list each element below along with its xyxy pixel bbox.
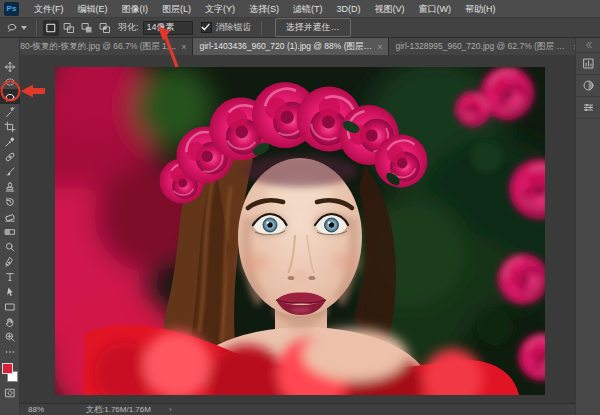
antialias-label: 消除锯齿 [216, 21, 252, 34]
menu-item[interactable]: 图层(L) [155, 0, 198, 18]
brush-tool[interactable] [0, 164, 20, 179]
clone-stamp-tool[interactable] [0, 179, 20, 194]
panel-dock [575, 38, 600, 415]
history-brush-tool[interactable] [0, 194, 20, 209]
status-chevron-icon[interactable]: › [169, 405, 172, 414]
antialias-checkbox[interactable] [201, 22, 212, 33]
tool-list [0, 59, 20, 359]
menu-item[interactable]: 滤镜(T) [286, 0, 330, 18]
more-tools[interactable] [0, 344, 20, 359]
menu-item[interactable]: 图像(I) [115, 0, 156, 18]
lasso-tool[interactable] [0, 89, 20, 104]
eraser-tool[interactable] [0, 209, 20, 224]
color-swatches [0, 361, 20, 387]
selection-mode-group [42, 20, 114, 36]
tool-preset-picker[interactable] [6, 19, 27, 37]
tool-options-bar: 羽化: 消除锯齿 选择并遮住… [0, 18, 600, 38]
new-selection-mode[interactable] [43, 20, 59, 36]
document-tab[interactable]: girl-1328995_960_720.jpg @ 62.7% (图层 1,.… [389, 38, 585, 55]
check-icon [200, 19, 212, 37]
menu-item[interactable]: 文字(Y) [198, 0, 242, 18]
document-tab[interactable]: 56780-恢复的-恢复的.jpg @ 66.7% (图层 1,...× [0, 38, 193, 55]
document-photo[interactable] [55, 67, 545, 395]
add-selection-mode[interactable] [61, 20, 77, 36]
tab-close-button[interactable]: × [181, 42, 186, 52]
separator [261, 21, 262, 35]
quick-mask-button[interactable] [0, 387, 20, 401]
hand-tool[interactable] [0, 314, 20, 329]
subtract-selection-mode[interactable] [79, 20, 95, 36]
quick-mask-icon [4, 385, 16, 403]
photoshop-logo: Ps [4, 2, 19, 16]
document-size-info: 文档:1.76M/1.76M [86, 404, 151, 415]
feather-label: 羽化: [118, 21, 139, 34]
properties-panel-button[interactable] [576, 97, 600, 119]
photoshop-window: Ps 文件(F)编辑(E)图像(I)图层(L)文字(Y)选择(S)滤镜(T)3D… [0, 0, 600, 415]
tools-panel [0, 38, 20, 415]
document-tab[interactable]: girl-1403436_960_720 (1).jpg @ 88% (图层 1… [193, 38, 389, 55]
tab-close-button[interactable]: × [377, 42, 382, 52]
path-selection-tool[interactable] [0, 284, 20, 299]
crop-tool[interactable] [0, 119, 20, 134]
menu-item[interactable]: 3D(D) [330, 0, 368, 18]
document-tab-bar: 56780-恢复的-恢复的.jpg @ 66.7% (图层 1,...×girl… [0, 38, 600, 55]
chevron-down-icon [21, 26, 27, 30]
spot-healing-tool[interactable] [0, 149, 20, 164]
shape-tool[interactable] [0, 299, 20, 314]
menu-bar: Ps 文件(F)编辑(E)图像(I)图层(L)文字(Y)选择(S)滤镜(T)3D… [0, 0, 600, 18]
foreground-color-swatch[interactable] [2, 363, 13, 374]
collapse-panels-button[interactable] [576, 38, 600, 53]
type-tool[interactable] [0, 269, 20, 284]
canvas-area [20, 55, 575, 403]
tab-label: 56780-恢复的-恢复的.jpg @ 66.7% (图层 1,... [6, 41, 176, 53]
menu-bar-items: 文件(F)编辑(E)图像(I)图层(L)文字(Y)选择(S)滤镜(T)3D(D)… [27, 0, 503, 18]
zoom-tool[interactable] [0, 329, 20, 344]
eyedropper-tool[interactable] [0, 134, 20, 149]
pen-tool[interactable] [0, 254, 20, 269]
menu-item[interactable]: 选择(S) [242, 0, 286, 18]
menu-item[interactable]: 视图(V) [368, 0, 412, 18]
select-and-mask-button[interactable]: 选择并遮住… [275, 18, 351, 37]
status-bar: 88% 文档:1.76M/1.76M › [20, 403, 575, 415]
menu-item[interactable]: 窗口(W) [412, 0, 459, 18]
marquee-tool[interactable] [0, 74, 20, 89]
intersect-selection-mode[interactable] [97, 20, 113, 36]
quick-selection-tool[interactable] [0, 104, 20, 119]
menu-item[interactable]: 文件(F) [27, 0, 71, 18]
girl-portrait-image [55, 67, 545, 395]
color-panel-button[interactable] [576, 53, 600, 75]
adjustments-panel-button[interactable] [576, 75, 600, 97]
gradient-tool[interactable] [0, 224, 20, 239]
move-tool[interactable] [0, 59, 20, 74]
tab-label: girl-1403436_960_720 (1).jpg @ 88% (图层 1… [199, 41, 372, 53]
tab-label: girl-1328995_960_720.jpg @ 62.7% (图层 1,.… [395, 41, 568, 53]
lasso-icon [6, 19, 18, 37]
zoom-level-field[interactable]: 88% [28, 405, 44, 414]
menu-item[interactable]: 编辑(E) [71, 0, 115, 18]
separator [36, 21, 37, 35]
dodge-tool[interactable] [0, 239, 20, 254]
feather-field[interactable] [143, 21, 193, 35]
menu-item[interactable]: 帮助(H) [458, 0, 503, 18]
